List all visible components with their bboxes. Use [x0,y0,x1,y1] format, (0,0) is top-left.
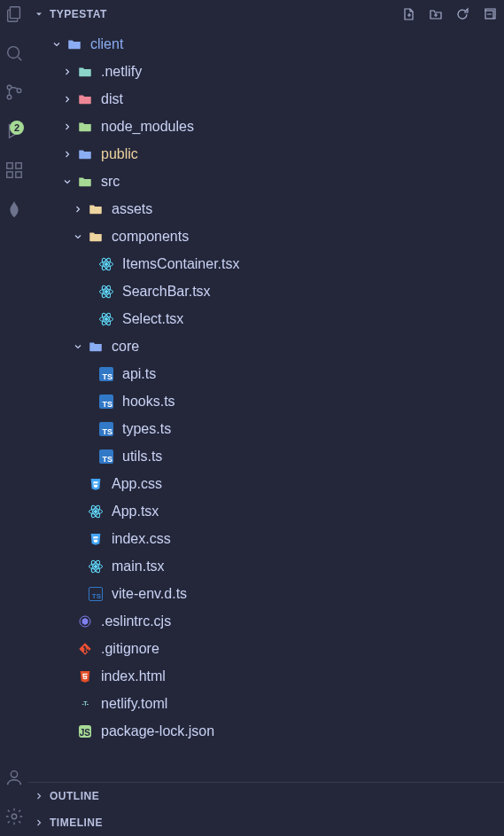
mongodb-icon[interactable] [4,199,25,220]
svg-point-4 [17,89,21,93]
chevron-right-icon[interactable] [60,65,74,79]
chevron-down-icon[interactable] [71,340,85,354]
file-api.ts[interactable]: TSapi.ts [28,360,504,387]
twisty-spacer [60,669,74,684]
file-vite-env.d.ts[interactable]: TSvite-env.d.ts [28,580,504,607]
bottom-sections: OUTLINE TIMELINE [28,782,504,836]
timeline-section-header[interactable]: TIMELINE [28,809,504,836]
new-file-icon[interactable] [401,6,417,22]
source-control-icon[interactable] [4,82,25,103]
toml-icon: -T- [76,695,94,713]
svg-rect-6 [7,172,12,177]
source-control-badge: 2 [10,121,24,135]
file-ItemsContainer.tsx[interactable]: ItemsContainer.tsx [28,250,504,277]
folder-dist[interactable]: dist [28,85,504,113]
twisty-spacer [60,697,74,711]
files-icon[interactable] [4,4,25,25]
file-types.ts[interactable]: TStypes.ts [28,415,504,442]
account-icon[interactable] [4,767,25,788]
chevron-right-icon [32,816,46,830]
twisty-spacer [81,257,96,271]
file-App.css[interactable]: App.css [28,470,504,497]
tree-item-label: App.css [112,476,162,492]
chevron-down-icon[interactable] [71,230,85,244]
twisty-spacer [81,395,96,409]
folder-core[interactable]: core [28,332,504,360]
tree-item-label: ItemsContainer.tsx [122,256,240,272]
css-icon [87,475,105,493]
file-.eslintrc.cjs[interactable]: .eslintrc.cjs [28,607,504,635]
tree-item-label: SearchBar.tsx [122,284,211,300]
file-utils.ts[interactable]: TSutils.ts [28,442,504,470]
file-Select.tsx[interactable]: Select.tsx [28,305,504,332]
explorer-actions [401,6,497,22]
svg-point-10 [12,814,17,819]
tree-item-label: netlify.toml [101,696,167,712]
file-index.css[interactable]: index.css [28,525,504,552]
file-App.tsx[interactable]: App.tsx [28,497,504,525]
settings-icon[interactable] [4,806,25,827]
react-icon [87,558,105,575]
svg-point-2 [7,85,12,90]
file-package-lock.json[interactable]: JSpackage-lock.json [28,717,504,745]
folder-src[interactable]: src [28,168,504,195]
folder-node_modules[interactable]: node_modules [28,113,504,140]
file-main.tsx[interactable]: main.tsx [28,552,504,580]
typescript-icon: TS [97,365,115,383]
folder-.netlify[interactable]: .netlify [28,58,504,85]
folder-icon [87,200,105,218]
git-icon [76,640,94,658]
tree-item-label: index.css [112,531,171,547]
svg-rect-8 [16,163,21,168]
chevron-right-icon[interactable] [60,120,74,134]
twisty-spacer [60,642,74,656]
chevron-right-icon[interactable] [60,147,74,161]
folder-public[interactable]: public [28,140,504,168]
collapse-all-icon[interactable] [481,6,497,22]
folder-icon [76,90,94,108]
folder-components[interactable]: components [28,223,504,250]
explorer-section-header[interactable]: TYPESTAT [28,0,504,28]
react-icon [97,310,115,328]
chevron-down-icon[interactable] [60,175,74,189]
folder-assets[interactable]: assets [28,195,504,223]
tree-item-label: Select.tsx [122,311,183,327]
svg-point-1 [8,47,19,59]
tree-item-label: hooks.ts [122,394,175,410]
tree-item-label: types.ts [122,421,171,437]
activity-bar: 2 [0,0,28,836]
typescript-icon: TS [97,420,115,438]
new-folder-icon[interactable] [428,6,444,22]
chevron-right-icon[interactable] [71,202,85,216]
chevron-right-icon[interactable] [60,92,74,106]
react-icon [87,503,105,520]
refresh-icon[interactable] [454,6,470,22]
file-netlify.toml[interactable]: -T-netlify.toml [28,690,504,717]
twisty-spacer [71,532,85,546]
chevron-down-icon[interactable] [50,37,64,51]
file-index.html[interactable]: index.html [28,662,504,690]
search-icon[interactable] [4,43,25,64]
twisty-spacer [81,367,96,381]
file-SearchBar.tsx[interactable]: SearchBar.tsx [28,277,504,305]
extensions-icon[interactable] [4,160,25,181]
svg-point-12 [105,262,108,265]
folder-client[interactable]: client [28,30,504,58]
css-icon [87,530,105,548]
tree-item-label: api.ts [122,366,156,382]
html-icon [76,668,94,685]
twisty-spacer [71,559,85,574]
eslint-icon [76,613,94,630]
twisty-spacer [81,422,96,436]
tree-item-label: package-lock.json [101,723,214,739]
file-hooks.ts[interactable]: TShooks.ts [28,387,504,415]
outline-section-header[interactable]: OUTLINE [28,783,504,809]
tree-item-label: index.html [101,668,166,684]
svg-point-3 [7,95,12,99]
svg-point-20 [105,317,108,320]
folder-icon [87,338,105,355]
file-.gitignore[interactable]: .gitignore [28,635,504,662]
tree-item-label: .netlify [101,64,142,80]
react-icon [97,283,115,301]
svg-point-16 [105,290,108,293]
